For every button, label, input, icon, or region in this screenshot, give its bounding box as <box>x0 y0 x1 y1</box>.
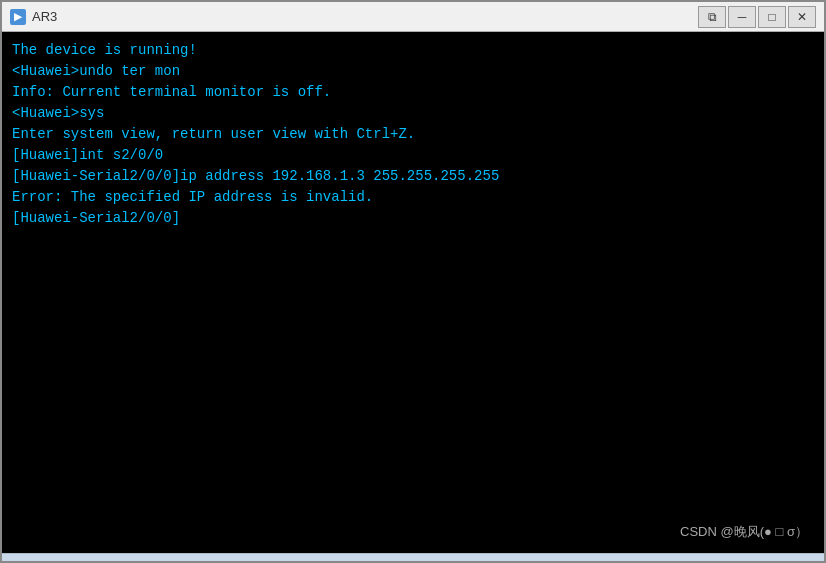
terminal-line: Enter system view, return user view with… <box>12 124 814 145</box>
watermark: CSDN @晚风(● □ σ） <box>680 523 808 541</box>
maximize-button[interactable]: □ <box>758 6 786 28</box>
terminal-output: The device is running!<Huawei>undo ter m… <box>12 40 814 229</box>
terminal-line: <Huawei>sys <box>12 103 814 124</box>
app-icon-text: ▶ <box>14 11 22 22</box>
terminal-line: [Huawei-Serial2/0/0]ip address 192.168.1… <box>12 166 814 187</box>
title-bar: ▶ AR3 ⧉ ─ □ ✕ <box>2 2 824 32</box>
terminal-line: The device is running! <box>12 40 814 61</box>
terminal-area[interactable]: The device is running!<Huawei>undo ter m… <box>2 32 824 553</box>
terminal-line: <Huawei>undo ter mon <box>12 61 814 82</box>
terminal-line: Error: The specified IP address is inval… <box>12 187 814 208</box>
terminal-line: Info: Current terminal monitor is off. <box>12 82 814 103</box>
window-title: AR3 <box>32 9 698 24</box>
terminal-line: [Huawei-Serial2/0/0] <box>12 208 814 229</box>
main-window: ▶ AR3 ⧉ ─ □ ✕ The device is running!<Hua… <box>0 0 826 563</box>
close-button[interactable]: ✕ <box>788 6 816 28</box>
app-icon: ▶ <box>10 9 26 25</box>
terminal-line: [Huawei]int s2/0/0 <box>12 145 814 166</box>
minimize-button[interactable]: ─ <box>728 6 756 28</box>
restore-button[interactable]: ⧉ <box>698 6 726 28</box>
window-controls: ⧉ ─ □ ✕ <box>698 6 816 28</box>
bottom-bar <box>2 553 824 561</box>
